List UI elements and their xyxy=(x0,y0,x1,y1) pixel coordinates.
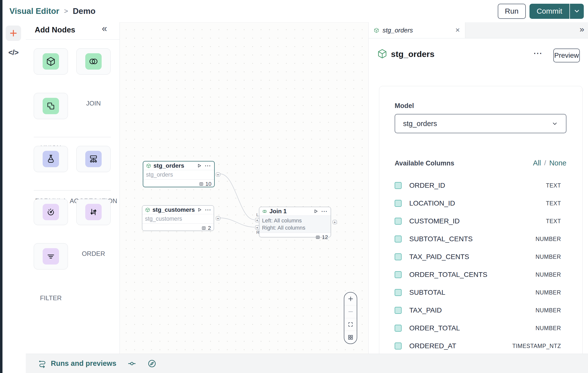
column-name: SUBTOTAL xyxy=(409,289,535,296)
panel-tab-bar: stg_orders ✕ » xyxy=(369,22,588,38)
bottom-bar: Runs and previews xyxy=(26,354,588,373)
node-subtitle: stg_orders xyxy=(146,171,173,178)
zoom-out-button[interactable] xyxy=(344,305,357,318)
fit-view-icon xyxy=(347,321,354,328)
column-checkbox[interactable] xyxy=(395,236,402,242)
breadcrumb-separator: > xyxy=(64,7,68,15)
node-body: stg_orders xyxy=(143,170,214,180)
join-circles-icon xyxy=(262,209,267,214)
plus-icon xyxy=(347,295,354,302)
column-row: LOCATION_ID TEXT xyxy=(395,194,567,212)
select-none-link[interactable]: None xyxy=(549,159,566,167)
add-node-card-limit[interactable] xyxy=(34,199,68,225)
columns-icon xyxy=(199,182,204,186)
column-row: SUBTOTAL NUMBER xyxy=(395,284,567,301)
run-button[interactable]: Run xyxy=(498,4,526,19)
add-node-card-model[interactable] xyxy=(34,48,68,75)
app-edge-strip xyxy=(0,0,2,373)
commit-button[interactable]: Commit xyxy=(529,4,569,19)
code-editor-rail-button[interactable]: </> xyxy=(4,47,23,58)
play-icon[interactable] xyxy=(197,163,202,168)
select-all-link[interactable]: All xyxy=(533,159,541,167)
column-type: NUMBER xyxy=(535,325,567,332)
aggregation-sitemap-icon xyxy=(85,151,102,167)
node-menu-icon[interactable]: ⋯ xyxy=(204,207,212,212)
collapse-panel-icon[interactable]: « xyxy=(102,23,108,34)
play-icon[interactable] xyxy=(313,209,318,214)
node-title: stg_orders xyxy=(153,162,195,169)
column-type: NUMBER xyxy=(535,236,567,242)
node-header: stg_customers ⋯ xyxy=(142,206,214,214)
left-input-port-plus[interactable]: + xyxy=(255,218,259,222)
column-checkbox[interactable] xyxy=(395,343,402,349)
column-name: SUBTOTAL_CENTS xyxy=(409,235,535,243)
cube-icon xyxy=(374,27,379,33)
add-node-card-aggregation[interactable] xyxy=(76,146,111,172)
column-type: TEXT xyxy=(546,218,567,225)
model-select-value: stg_orders xyxy=(403,120,552,128)
node-title: stg_customers xyxy=(152,206,195,213)
column-name: ORDER_TOTAL_CENTS xyxy=(409,271,535,279)
column-name: TAX_PAID xyxy=(409,306,535,314)
fit-view-button[interactable] xyxy=(344,318,357,331)
right-input-port-plus[interactable]: + xyxy=(255,225,259,230)
add-node-card-order[interactable] xyxy=(76,199,111,225)
canvas-node-stg-orders[interactable]: stg_orders ⋯ stg_orders 10 + xyxy=(143,161,215,187)
column-checkbox[interactable] xyxy=(395,325,402,332)
expand-panel-icon[interactable]: » xyxy=(580,24,585,34)
output-port-plus[interactable]: + xyxy=(333,220,337,224)
column-checkbox[interactable] xyxy=(395,271,402,278)
preview-button[interactable]: Preview xyxy=(553,49,580,62)
node-menu-icon[interactable]: ⋯ xyxy=(204,163,211,168)
tab-label: stg_orders xyxy=(382,27,452,34)
column-type: NUMBER xyxy=(535,289,567,296)
column-checkbox[interactable] xyxy=(395,200,402,207)
output-port-plus[interactable]: + xyxy=(216,172,220,177)
model-field-label: Model xyxy=(395,102,414,110)
node-column-count: 2 xyxy=(208,225,211,231)
model-select[interactable]: stg_orders xyxy=(395,114,566,133)
column-row: TAX_PAID NUMBER xyxy=(395,301,567,319)
canvas-node-join-1[interactable]: Join 1 ⋯ Left: All columns Right: All co… xyxy=(259,207,331,237)
add-node-label-join: JOIN xyxy=(86,100,101,107)
cube-icon xyxy=(146,163,151,168)
column-type: NUMBER xyxy=(535,307,567,314)
code-icon: </> xyxy=(8,48,18,56)
output-port-plus[interactable]: + xyxy=(216,216,220,220)
column-checkbox[interactable] xyxy=(395,307,402,314)
add-node-card-union[interactable] xyxy=(34,93,68,119)
panel-title: stg_orders xyxy=(391,49,435,59)
breadcrumb-visual-editor[interactable]: Visual Editor xyxy=(9,6,59,16)
play-icon[interactable] xyxy=(197,207,202,212)
column-checkbox[interactable] xyxy=(395,253,402,260)
commit-dropdown-button[interactable] xyxy=(569,4,584,19)
breadcrumb: Visual Editor > Demo xyxy=(9,0,95,22)
top-bar-actions: Run Commit xyxy=(498,0,584,22)
flow-canvas[interactable]: stg_orders ⋯ stg_orders 10 + xyxy=(120,22,368,354)
panel-menu-icon[interactable]: ⋯ xyxy=(533,48,542,58)
runs-and-previews-button[interactable]: Runs and previews xyxy=(38,359,116,368)
node-menu-icon[interactable]: ⋯ xyxy=(321,209,328,214)
add-node-card-formula[interactable] xyxy=(34,146,68,172)
add-node-card-filter[interactable] xyxy=(34,243,68,269)
add-nodes-rail-button[interactable] xyxy=(6,26,21,41)
close-icon[interactable]: ✕ xyxy=(455,27,460,34)
canvas-node-stg-customers[interactable]: stg_customers ⋯ stg_customers 2 + xyxy=(142,205,214,231)
runs-and-previews-label: Runs and previews xyxy=(51,359,116,368)
commit-history-button[interactable] xyxy=(128,359,136,368)
column-row: ORDER_TOTAL NUMBER xyxy=(395,319,567,337)
node-title: Join 1 xyxy=(269,208,311,215)
add-node-label-filter: FILTER xyxy=(40,294,62,302)
node-body: Left: All columns Right: All columns xyxy=(259,215,331,233)
compass-button[interactable] xyxy=(147,359,156,368)
zoom-in-button[interactable] xyxy=(344,293,357,305)
tab-stg-orders[interactable]: stg_orders ✕ xyxy=(369,22,465,38)
add-node-card-join[interactable] xyxy=(76,48,111,75)
column-checkbox[interactable] xyxy=(395,289,402,296)
column-checkbox[interactable] xyxy=(395,182,402,189)
column-checkbox[interactable] xyxy=(395,218,402,225)
available-columns-label: Available Columns xyxy=(395,160,454,167)
column-type: TEXT xyxy=(546,200,567,207)
column-name: ORDERED_AT xyxy=(409,342,512,350)
auto-layout-button[interactable] xyxy=(344,331,357,344)
